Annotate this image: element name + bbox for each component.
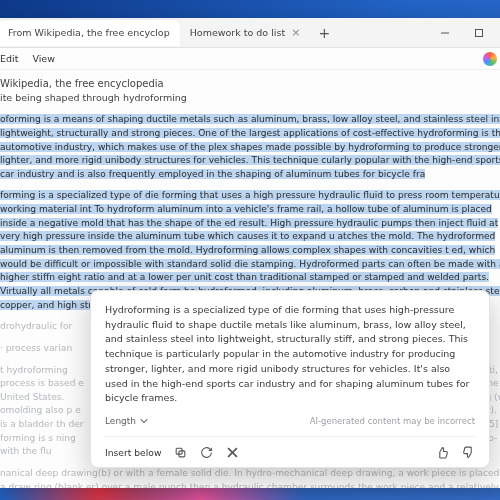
window-controls [428, 18, 500, 48]
paragraph-4-left: t hydroforming process is based e United… [0, 364, 84, 459]
popup-meta: Length AI-generated content may be incor… [105, 416, 475, 426]
chevron-down-icon [140, 417, 148, 425]
menu-edit[interactable]: Edit [0, 53, 18, 64]
thumbs-down-icon[interactable] [461, 445, 475, 459]
menubar: Edit View [0, 48, 500, 70]
minimize-button[interactable] [428, 18, 462, 48]
tab-label: Homework to do list [190, 27, 285, 38]
tab-2[interactable]: Homework to do list × [180, 20, 311, 46]
ai-rewrite-popup: Hydroforming is a specialized type of di… [90, 290, 490, 468]
popup-actions: Insert below [105, 436, 475, 459]
ai-disclaimer: AI-generated content may be incorrect [310, 416, 475, 426]
doc-subtitle: ite being shaped through hydroforming [0, 91, 500, 105]
titlebar: From Wikipedia, the free encyclop Homewo… [0, 18, 500, 48]
copilot-icon[interactable] [483, 52, 497, 66]
popup-body: Hydroforming is a specialized type of di… [105, 303, 475, 406]
menu-view[interactable]: View [32, 53, 55, 64]
length-label: Length [105, 416, 136, 426]
thumbs-up-icon[interactable] [435, 445, 449, 459]
length-dropdown[interactable]: Length [105, 416, 148, 426]
tab-label: From Wikipedia, the free encyclop [8, 27, 170, 38]
paragraph-5: nanical deep drawing(b) or with a female… [0, 467, 500, 488]
insert-below-button[interactable]: Insert below [105, 447, 161, 458]
doc-source: Wikipedia, the free encyclopedia [0, 76, 500, 91]
tab-1[interactable]: From Wikipedia, the free encyclop [0, 20, 180, 46]
maximize-button[interactable] [462, 18, 496, 48]
close-tab-icon[interactable]: × [291, 26, 300, 39]
svg-rect-1 [476, 29, 483, 36]
paragraph-1: oforming is a means of shaping ductile m… [0, 113, 500, 181]
close-window-button[interactable] [496, 18, 500, 48]
copy-icon[interactable] [173, 445, 187, 459]
close-popup-icon[interactable] [225, 445, 239, 459]
new-tab-button[interactable]: + [310, 25, 338, 41]
regenerate-icon[interactable] [199, 445, 213, 459]
